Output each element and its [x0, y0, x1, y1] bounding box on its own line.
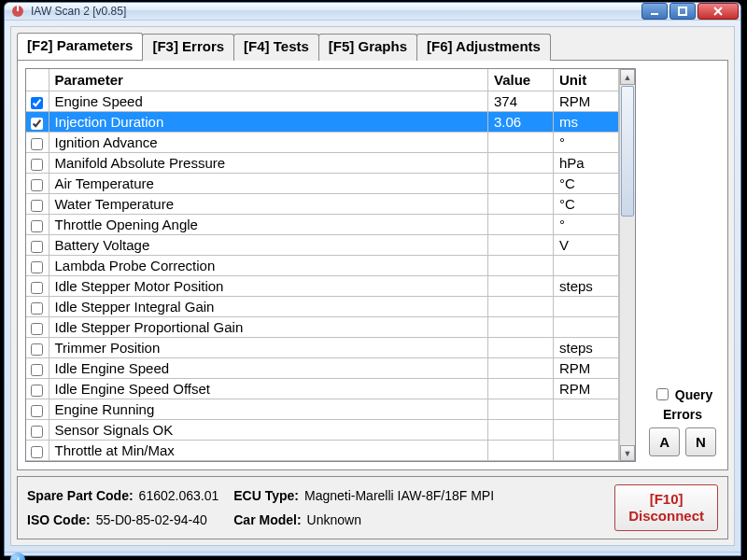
query-errors-label-line2: Errors	[663, 407, 702, 422]
row-checkbox[interactable]	[31, 302, 43, 315]
iso-code-value: 55-D0-85-02-94-40	[96, 512, 207, 527]
spare-part-label: Spare Part Code:	[27, 488, 134, 503]
table-row[interactable]: Injection Duration3.06ms	[26, 112, 619, 133]
client-area: [F2] Parameters[F3] Errors[F4] Tests[F5]…	[10, 26, 735, 546]
row-value	[488, 215, 554, 235]
row-param: Engine Running	[49, 399, 488, 420]
row-param: Battery Voltage	[49, 235, 488, 256]
row-checkbox[interactable]	[31, 241, 43, 253]
row-value	[488, 174, 554, 194]
row-param: Sensor Signals OK	[49, 420, 488, 441]
table-row[interactable]: Throttle at Min/Max	[26, 441, 619, 461]
row-unit: steps	[554, 276, 619, 297]
row-checkbox[interactable]	[31, 118, 43, 130]
car-model-value: Unknown	[307, 512, 361, 527]
row-unit	[554, 399, 619, 420]
row-checkbox-cell	[26, 256, 49, 276]
disconnect-button[interactable]: [F10] Disconnect	[614, 484, 718, 531]
row-checkbox[interactable]	[31, 159, 43, 171]
row-checkbox[interactable]	[31, 343, 43, 356]
table-row[interactable]: Idle Stepper Proportional Gain	[26, 317, 619, 338]
row-checkbox[interactable]	[31, 323, 43, 335]
col-unit[interactable]: Unit	[554, 69, 619, 91]
table-row[interactable]: Engine Running	[26, 399, 619, 420]
row-checkbox[interactable]	[31, 426, 43, 438]
row-checkbox[interactable]	[31, 364, 43, 376]
row-param: Air Temperature	[49, 174, 488, 194]
table-row[interactable]: Engine Speed374RPM	[26, 91, 619, 112]
n-button[interactable]: N	[685, 427, 716, 456]
row-checkbox-cell	[26, 338, 49, 358]
row-unit: RPM	[554, 358, 619, 379]
titlebar[interactable]: IAW Scan 2 [v0.85]	[5, 3, 740, 21]
maximize-button[interactable]	[669, 3, 696, 20]
row-checkbox-cell	[26, 379, 49, 399]
table-row[interactable]: Trimmer Positionsteps	[26, 338, 619, 358]
status-bar: i	[5, 552, 740, 560]
spare-part-value: 61602.063.01	[139, 488, 219, 503]
scroll-thumb[interactable]	[621, 86, 634, 217]
tab--f3-errors[interactable]: [F3] Errors	[142, 34, 234, 61]
row-checkbox-cell	[26, 297, 49, 317]
query-errors-checkbox[interactable]	[656, 388, 669, 400]
col-checkbox[interactable]	[26, 69, 49, 91]
svg-rect-2	[651, 13, 658, 15]
table-row[interactable]: Idle Stepper Motor Positionsteps	[26, 276, 619, 297]
table-row[interactable]: Idle Engine Speed OffsetRPM	[26, 379, 619, 399]
table-row[interactable]: Lambda Probe Correction	[26, 256, 619, 276]
tab--f2-parameters[interactable]: [F2] Parameters	[17, 33, 143, 60]
row-checkbox[interactable]	[31, 261, 43, 273]
row-checkbox[interactable]	[31, 282, 43, 294]
row-checkbox-cell	[26, 174, 49, 194]
row-checkbox-cell	[26, 358, 49, 379]
row-param: Throttle Opening Angle	[49, 215, 488, 235]
info-icon[interactable]: i	[10, 553, 25, 560]
row-checkbox[interactable]	[31, 405, 43, 417]
row-checkbox[interactable]	[31, 385, 43, 397]
row-param: Trimmer Position	[49, 338, 488, 358]
row-unit	[554, 317, 619, 338]
row-param: Idle Stepper Proportional Gain	[49, 317, 488, 338]
tab--f5-graphs[interactable]: [F5] Graphs	[318, 34, 417, 61]
table-row[interactable]: Idle Stepper Integral Gain	[26, 297, 619, 317]
vertical-scrollbar[interactable]: ▲ ▼	[619, 69, 635, 461]
scroll-down-arrow-icon[interactable]: ▼	[620, 445, 635, 461]
a-button[interactable]: A	[649, 427, 680, 456]
ecu-type-label: ECU Type:	[233, 488, 299, 503]
tab--f6-adjustments[interactable]: [F6] Adjustments	[416, 34, 551, 61]
row-checkbox-cell	[26, 112, 49, 133]
close-button[interactable]	[698, 3, 739, 20]
table-row[interactable]: Manifold Absolute PressurehPa	[26, 153, 619, 174]
minimize-button[interactable]	[641, 3, 668, 20]
row-value	[488, 420, 554, 441]
row-checkbox[interactable]	[31, 138, 43, 150]
table-row[interactable]: Battery VoltageV	[26, 235, 619, 256]
table-row[interactable]: Water Temperature°C	[26, 194, 619, 215]
row-checkbox-cell	[26, 420, 49, 441]
row-checkbox[interactable]	[31, 179, 43, 191]
row-value	[488, 441, 554, 461]
row-checkbox[interactable]	[31, 446, 43, 458]
row-checkbox[interactable]	[31, 97, 43, 109]
table-row[interactable]: Air Temperature°C	[26, 174, 619, 194]
row-unit	[554, 297, 619, 317]
table-row[interactable]: Ignition Advance°	[26, 133, 619, 153]
row-checkbox-cell	[26, 276, 49, 297]
row-checkbox[interactable]	[31, 220, 43, 232]
row-checkbox-cell	[26, 194, 49, 215]
tab--f4-tests[interactable]: [F4] Tests	[233, 34, 319, 61]
row-param: Throttle at Min/Max	[49, 441, 488, 461]
parameters-tabpage: Parameter Value Unit Engine Speed374RPMI…	[17, 60, 728, 470]
ecu-type-value: Magneti-Marelli IAW-8F/18F MPI	[304, 488, 494, 503]
parameters-table-container: Parameter Value Unit Engine Speed374RPMI…	[25, 68, 636, 462]
table-row[interactable]: Idle Engine SpeedRPM	[26, 358, 619, 379]
scroll-up-arrow-icon[interactable]: ▲	[620, 69, 635, 85]
row-checkbox[interactable]	[31, 200, 43, 212]
table-row[interactable]: Sensor Signals OK	[26, 420, 619, 441]
table-row[interactable]: Throttle Opening Angle°	[26, 215, 619, 235]
col-value[interactable]: Value	[488, 69, 554, 91]
col-parameter[interactable]: Parameter	[49, 69, 488, 91]
info-footer: Spare Part Code: 61602.063.01 ISO Code: …	[17, 476, 728, 539]
row-checkbox-cell	[26, 399, 49, 420]
row-unit: °C	[554, 174, 619, 194]
